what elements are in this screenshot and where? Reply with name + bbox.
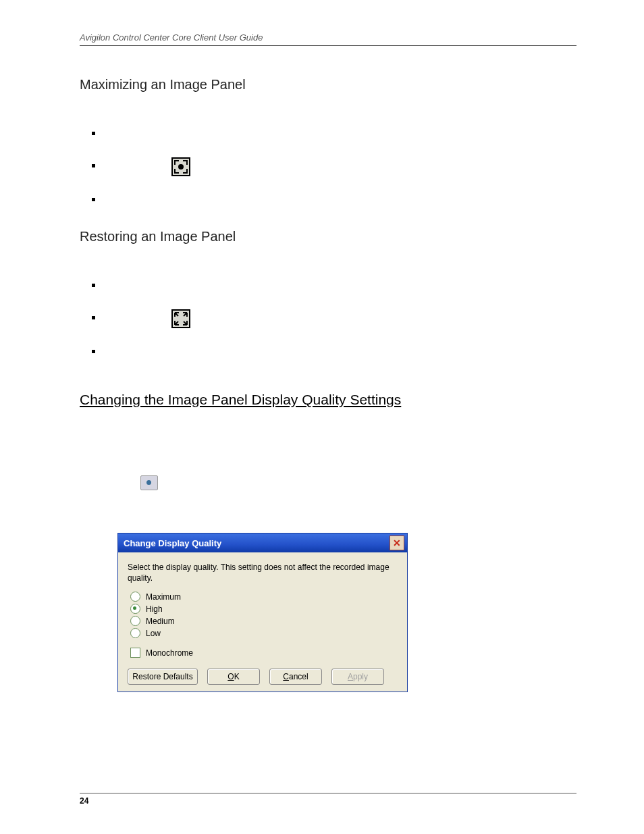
- button-label: Apply: [348, 672, 368, 681]
- dialog-title: Change Display Quality: [124, 538, 221, 548]
- checkbox-icon: [130, 648, 140, 658]
- restore-defaults-button[interactable]: Restore Defaults: [128, 669, 198, 685]
- button-label: OK: [227, 672, 239, 681]
- heading-quality-settings: Changing the Image Panel Display Quality…: [80, 392, 576, 408]
- dialog-titlebar: Change Display Quality ✕: [118, 533, 407, 552]
- cancel-button[interactable]: Cancel: [269, 669, 322, 685]
- close-button[interactable]: ✕: [390, 536, 404, 550]
- dialog-description: Select the display quality. This setting…: [128, 562, 398, 583]
- list-item: [104, 343, 576, 361]
- radio-icon: [130, 616, 140, 626]
- radio-icon: [130, 604, 140, 614]
- change-display-quality-dialog: Change Display Quality ✕ Select the disp…: [117, 533, 408, 692]
- maximize-icon: [171, 157, 190, 176]
- list-item: [104, 125, 576, 142]
- page-number: 24: [80, 793, 576, 806]
- radio-label: Maximum: [146, 592, 181, 602]
- button-label: Restore Defaults: [132, 672, 192, 681]
- radio-icon: [130, 592, 140, 602]
- radio-option-high[interactable]: High: [128, 604, 398, 614]
- checkbox-monochrome[interactable]: Monochrome: [128, 648, 398, 658]
- radio-option-low[interactable]: Low: [128, 628, 398, 638]
- apply-button[interactable]: Apply: [331, 669, 384, 685]
- checkbox-label: Monochrome: [146, 648, 193, 658]
- radio-label: Low: [146, 629, 161, 638]
- change-display-quality-toolbar-icon: [140, 475, 158, 490]
- radio-label: Medium: [146, 617, 175, 626]
- radio-option-medium[interactable]: Medium: [128, 616, 398, 626]
- close-icon: ✕: [393, 538, 401, 548]
- restore-list: [80, 277, 576, 361]
- svg-point-0: [179, 165, 183, 169]
- restore-icon: [171, 309, 190, 328]
- radio-option-maximum[interactable]: Maximum: [128, 592, 398, 602]
- maximize-list: [80, 125, 576, 209]
- ok-button[interactable]: OK: [207, 669, 260, 685]
- running-header: Avigilon Control Center Core Client User…: [80, 32, 576, 46]
- radio-label: High: [146, 604, 163, 614]
- heading-restore: Restoring an Image Panel: [80, 229, 576, 244]
- heading-maximize: Maximizing an Image Panel: [80, 77, 576, 93]
- button-label: Cancel: [283, 672, 308, 681]
- radio-icon: [130, 628, 140, 638]
- list-item: [104, 191, 576, 209]
- list-item: [104, 309, 576, 328]
- dialog-body: Select the display quality. This setting…: [118, 552, 407, 692]
- list-item: [104, 157, 576, 176]
- list-item: [104, 277, 576, 294]
